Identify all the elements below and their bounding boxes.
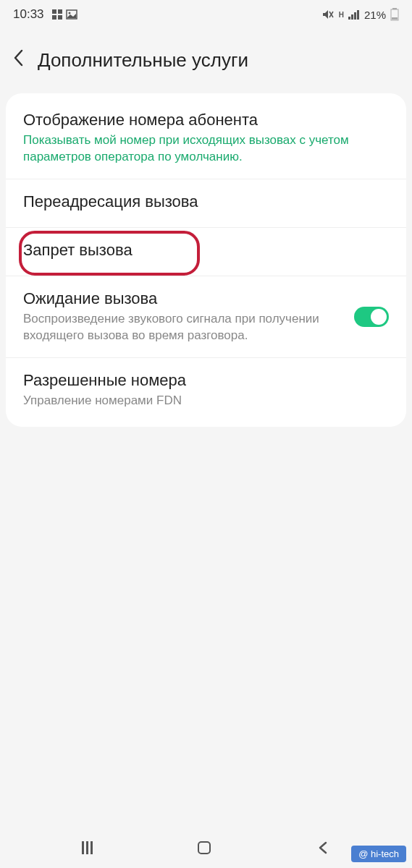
- network-type-icon: H: [339, 11, 344, 19]
- svg-rect-8: [348, 17, 350, 20]
- svg-rect-14: [392, 17, 398, 20]
- app-grid-icon: [51, 9, 63, 20]
- status-left: 10:33: [13, 7, 77, 22]
- status-right: H 21%: [321, 8, 399, 21]
- battery-percent: 21%: [364, 9, 386, 21]
- nav-back-button[interactable]: [316, 841, 330, 855]
- page-title: Дополнительные услуги: [38, 49, 248, 72]
- svg-rect-1: [58, 9, 62, 14]
- setting-caller-id[interactable]: Отображение номера абонента Показывать м…: [6, 98, 406, 179]
- gallery-icon: [66, 9, 77, 20]
- chevron-left-icon: [13, 49, 23, 67]
- svg-rect-9: [351, 14, 353, 20]
- app-header: Дополнительные услуги: [0, 27, 412, 93]
- svg-rect-3: [58, 15, 62, 20]
- nav-home-button[interactable]: [198, 841, 211, 854]
- setting-title: Переадресация вызова: [23, 192, 389, 211]
- watermark-badge: @ hi-tech: [351, 846, 406, 862]
- settings-card: Отображение номера абонента Показывать м…: [6, 93, 406, 427]
- nav-recents-button[interactable]: [82, 841, 93, 854]
- status-app-icons: [51, 9, 77, 20]
- back-button[interactable]: [13, 49, 23, 72]
- setting-title: Запрет вызова: [23, 241, 389, 260]
- setting-title: Отображение номера абонента: [23, 111, 389, 129]
- call-waiting-toggle[interactable]: [354, 307, 389, 327]
- setting-fixed-dialing[interactable]: Разрешенные номера Управление номерами F…: [6, 358, 406, 422]
- mute-vibrate-icon: [321, 9, 335, 20]
- svg-rect-0: [52, 9, 56, 14]
- setting-subtitle: Показывать мой номер при исходящих вызов…: [23, 132, 389, 166]
- setting-call-forwarding[interactable]: Переадресация вызова: [6, 179, 406, 228]
- setting-title: Разрешенные номера: [23, 371, 389, 390]
- setting-subtitle: Воспроизведение звукового сигнала при по…: [23, 311, 342, 344]
- setting-title: Ожидание вызова: [23, 289, 342, 308]
- status-time: 10:33: [13, 7, 44, 22]
- setting-call-barring[interactable]: Запрет вызова: [6, 228, 406, 276]
- setting-call-waiting[interactable]: Ожидание вызова Воспроизведение звуковог…: [6, 276, 406, 358]
- svg-point-5: [68, 12, 70, 14]
- svg-rect-11: [357, 10, 359, 20]
- navigation-bar: [0, 827, 412, 868]
- signal-icon: [348, 9, 360, 20]
- status-bar: 10:33 H 21%: [0, 0, 412, 27]
- svg-rect-10: [354, 12, 356, 20]
- svg-rect-2: [52, 15, 56, 20]
- battery-icon: [390, 8, 399, 21]
- setting-subtitle: Управление номерами FDN: [23, 393, 389, 409]
